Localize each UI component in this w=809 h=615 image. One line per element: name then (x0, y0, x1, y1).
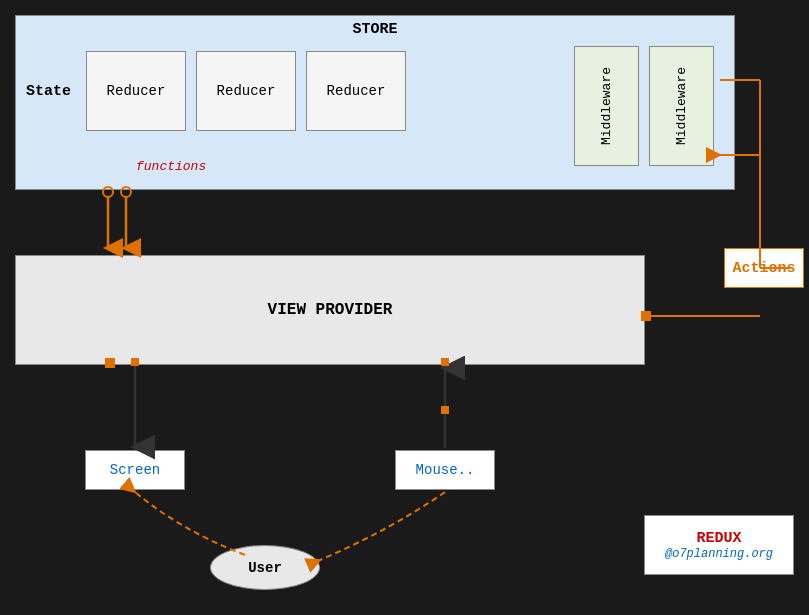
store-label: STORE (16, 21, 734, 38)
middleware-box-1: Middleware (574, 46, 639, 166)
redux-url: @o7planning.org (665, 547, 773, 561)
middleware-group: Middleware Middleware (574, 46, 714, 166)
reducer-box-1: Reducer (86, 51, 186, 131)
mouse-box: Mouse.. (395, 450, 495, 490)
view-provider-box: VIEW PROVIDER (15, 255, 645, 365)
redux-label: REDUX (696, 530, 741, 547)
actions-label: Actions (732, 260, 795, 277)
actions-box: Actions (724, 248, 804, 288)
state-label: State (26, 83, 71, 100)
reducer-box-2: Reducer (196, 51, 296, 131)
screen-box: Screen (85, 450, 185, 490)
reducer-box-3: Reducer (306, 51, 406, 131)
user-label: User (248, 560, 282, 576)
middleware-box-2: Middleware (649, 46, 714, 166)
user-ellipse: User (210, 545, 320, 590)
functions-label: functions (136, 159, 206, 174)
diagram-container: STORE State Reducer Reducer Reducer func… (0, 0, 809, 615)
reducer-group: State Reducer Reducer Reducer (26, 51, 406, 131)
view-provider-label: VIEW PROVIDER (268, 301, 393, 319)
redux-box: REDUX @o7planning.org (644, 515, 794, 575)
store-box: STORE State Reducer Reducer Reducer func… (15, 15, 735, 190)
screen-label: Screen (110, 462, 160, 478)
svg-rect-24 (441, 406, 449, 414)
mouse-label: Mouse.. (416, 462, 475, 478)
